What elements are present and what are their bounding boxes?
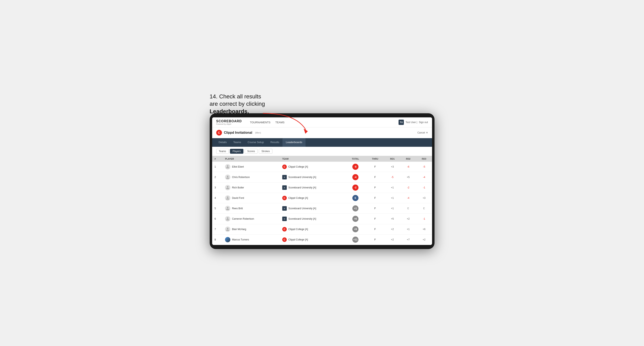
player-avatar bbox=[225, 185, 230, 190]
table-row: 7Blair McHargCClippd College [A]+9F+2+1+… bbox=[212, 224, 432, 235]
team-logo: ≡ bbox=[282, 217, 287, 221]
cell-player: Cameron Robertson bbox=[222, 214, 280, 224]
tournament-icon: C bbox=[216, 130, 222, 136]
team-name: Clippd College [A] bbox=[288, 196, 308, 199]
player-name: David Ford bbox=[232, 196, 244, 199]
cell-rank: 1 bbox=[212, 162, 223, 172]
team-name: Scoreboard University [A] bbox=[288, 176, 316, 178]
team-logo: C bbox=[282, 227, 287, 231]
cell-total: +1 bbox=[345, 203, 366, 214]
col-rd3: RD3 bbox=[416, 156, 432, 162]
cell-team: ≡Scoreboard University [A] bbox=[280, 172, 345, 182]
cell-rd2: +2 bbox=[400, 214, 416, 224]
team-logo: ≡ bbox=[282, 185, 287, 190]
player-avatar bbox=[225, 216, 230, 221]
player-avatar bbox=[225, 174, 230, 180]
cell-thru: F bbox=[366, 224, 384, 235]
cell-player: Marcus Turners bbox=[222, 235, 280, 245]
tab-details[interactable]: Details bbox=[216, 138, 230, 147]
user-avatar: TU bbox=[398, 120, 404, 125]
player-name: Marcus Turners bbox=[232, 238, 249, 241]
cell-team: CClippd College [A] bbox=[280, 235, 345, 245]
team-logo: C bbox=[282, 237, 287, 242]
logo-area: SCOREBOARD Powered by clippd bbox=[216, 119, 242, 125]
logo-sub: Powered by clippd bbox=[216, 123, 242, 125]
cancel-button[interactable]: Cancel ✕ bbox=[417, 131, 428, 134]
player-name: Cameron Robertson bbox=[232, 217, 254, 220]
cell-player: Chris Robertson bbox=[222, 172, 280, 182]
cell-rank: 2 bbox=[212, 172, 223, 182]
cell-rank: 3 bbox=[212, 182, 223, 193]
cell-team: CClippd College [A] bbox=[280, 162, 345, 172]
cell-thru: F bbox=[366, 182, 384, 193]
cell-total: E bbox=[345, 193, 366, 203]
cell-total: -4 bbox=[345, 172, 366, 182]
player-name: Chris Robertson bbox=[232, 176, 250, 178]
team-name: Clippd College [A] bbox=[288, 238, 308, 241]
cell-rd2: -6 bbox=[400, 162, 416, 172]
cell-thru: F bbox=[366, 193, 384, 203]
cell-team: CClippd College [A] bbox=[280, 224, 345, 235]
filter-players[interactable]: Players bbox=[230, 149, 244, 154]
col-rd2: RD2 bbox=[400, 156, 416, 162]
sign-out-button[interactable]: Sign out bbox=[419, 121, 428, 124]
team-logo: C bbox=[282, 165, 287, 169]
cell-rd3: E bbox=[416, 203, 432, 214]
instruction-line3: Leaderboards. bbox=[210, 108, 249, 115]
cell-rd3: -5 bbox=[416, 162, 432, 172]
team-name: Clippd College [A] bbox=[288, 228, 308, 231]
table-row: 4David FordCClippd College [A]EF+1-4+3 bbox=[212, 193, 432, 203]
cell-rd1: -5 bbox=[384, 172, 400, 182]
table-row: 2Chris Robertson≡Scoreboard University [… bbox=[212, 172, 432, 182]
close-icon: ✕ bbox=[426, 131, 428, 134]
player-name: Rich Butler bbox=[232, 186, 244, 189]
nav-right: TU Test User | Sign out bbox=[398, 120, 428, 125]
cell-team: ≡Scoreboard University [A] bbox=[280, 203, 345, 214]
filter-teams[interactable]: Teams bbox=[216, 149, 229, 154]
tournament-header: C Clippd Invitational (Men) Cancel ✕ bbox=[212, 127, 432, 138]
page-wrapper: 14. Check all results are correct by cli… bbox=[210, 97, 434, 249]
cell-rd3: -4 bbox=[416, 172, 432, 182]
col-thru: THRU bbox=[366, 156, 384, 162]
cell-total: -8 bbox=[345, 162, 366, 172]
cell-thru: F bbox=[366, 235, 384, 245]
cell-rd2: +1 bbox=[400, 224, 416, 235]
table-row: 5Rees Britt≡Scoreboard University [A]+1F… bbox=[212, 203, 432, 214]
cell-rd2: -4 bbox=[400, 193, 416, 203]
table-row: 3Rich Butler≡Scoreboard University [A]-2… bbox=[212, 182, 432, 193]
filter-strokes[interactable]: Strokes bbox=[259, 149, 272, 154]
cell-total: -2 bbox=[345, 182, 366, 193]
tab-leaderboards[interactable]: Leaderboards bbox=[282, 138, 305, 147]
cell-rank: 6 bbox=[212, 214, 223, 224]
col-player: PLAYER bbox=[222, 156, 280, 162]
player-avatar bbox=[225, 195, 230, 201]
user-name: Test User | bbox=[406, 121, 417, 124]
player-name: Elliot Ebert bbox=[232, 165, 244, 168]
cell-total: +6 bbox=[345, 214, 366, 224]
nav-teams[interactable]: TEAMS bbox=[275, 120, 284, 125]
table-row: 8Marcus TurnersCClippd College [A]+11F+2… bbox=[212, 235, 432, 245]
cell-rd2: -2 bbox=[400, 182, 416, 193]
cell-rd3: -1 bbox=[416, 182, 432, 193]
tab-teams[interactable]: Teams bbox=[230, 138, 244, 147]
col-rank: # bbox=[212, 156, 223, 162]
table-body: 1Elliot EbertCClippd College [A]-8F+3-6-… bbox=[212, 162, 432, 245]
cell-thru: F bbox=[366, 203, 384, 214]
instruction-text: 14. Check all results are correct by cli… bbox=[210, 93, 265, 115]
tab-course-setup[interactable]: Course Setup bbox=[244, 138, 267, 147]
col-rd1: RD1 bbox=[384, 156, 400, 162]
filter-scores[interactable]: Scores bbox=[245, 149, 258, 154]
team-logo: ≡ bbox=[282, 175, 287, 179]
cell-rd2: +7 bbox=[400, 235, 416, 245]
tab-results[interactable]: Results bbox=[267, 138, 282, 147]
cell-thru: F bbox=[366, 162, 384, 172]
cell-rd1: +1 bbox=[384, 193, 400, 203]
team-logo: C bbox=[282, 196, 287, 200]
tournament-title: Clippd Invitational bbox=[224, 131, 252, 135]
cell-player: Blair McHarg bbox=[222, 224, 280, 235]
nav-tournaments[interactable]: TOURNAMENTS bbox=[250, 120, 270, 125]
cell-rd3: +6 bbox=[416, 224, 432, 235]
cell-thru: F bbox=[366, 172, 384, 182]
cell-rank: 8 bbox=[212, 235, 223, 245]
cell-rd1: +1 bbox=[384, 203, 400, 214]
